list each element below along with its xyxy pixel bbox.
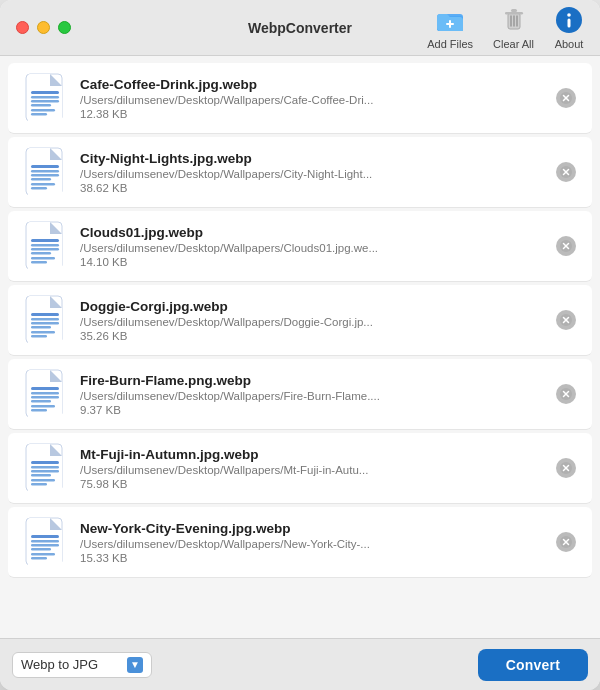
file-item: Cafe-Coffee-Drink.jpg.webp /Users/dilums… (8, 63, 592, 134)
file-name: Cafe-Coffee-Drink.jpg.webp (80, 77, 546, 92)
svg-rect-47 (31, 326, 51, 329)
svg-rect-75 (31, 540, 59, 543)
file-size: 15.33 KB (80, 552, 546, 564)
remove-file-button[interactable] (556, 310, 576, 330)
about-label: About (555, 38, 584, 50)
file-name: Clouds01.jpg.webp (80, 225, 546, 240)
file-size: 75.98 KB (80, 478, 546, 490)
file-info: Cafe-Coffee-Drink.jpg.webp /Users/dilums… (80, 77, 546, 120)
svg-rect-56 (31, 396, 59, 399)
svg-rect-44 (31, 313, 59, 316)
file-path: /Users/dilumsenev/Desktop/Wallpapers/Caf… (80, 94, 546, 106)
file-item: Mt-Fuji-in-Autumn.jpg.webp /Users/dilums… (8, 433, 592, 504)
file-info: Mt-Fuji-in-Autumn.jpg.webp /Users/dilums… (80, 447, 546, 490)
file-item: Clouds01.jpg.webp /Users/dilumsenev/Desk… (8, 211, 592, 282)
file-item: Fire-Burn-Flame.png.webp /Users/dilumsen… (8, 359, 592, 430)
chevron-down-icon: ▼ (127, 657, 143, 673)
file-item: New-York-City-Evening.jpg.webp /Users/di… (8, 507, 592, 578)
add-files-label: Add Files (427, 38, 473, 50)
svg-rect-79 (31, 557, 47, 560)
svg-rect-69 (31, 483, 47, 486)
remove-file-button[interactable] (556, 458, 576, 478)
svg-rect-76 (31, 544, 59, 547)
remove-file-button[interactable] (556, 88, 576, 108)
file-icon (24, 443, 68, 493)
svg-rect-37 (31, 252, 51, 255)
close-button[interactable] (16, 21, 29, 34)
traffic-lights (16, 21, 71, 34)
clear-all-label: Clear All (493, 38, 534, 50)
svg-rect-19 (31, 113, 47, 116)
svg-rect-66 (31, 470, 59, 473)
svg-rect-77 (31, 548, 51, 551)
format-select[interactable]: Webp to JPG ▼ (12, 652, 152, 678)
svg-rect-67 (31, 474, 51, 477)
svg-rect-38 (31, 257, 55, 260)
file-size: 14.10 KB (80, 256, 546, 268)
about-button[interactable]: About (554, 5, 584, 50)
svg-rect-78 (31, 553, 55, 556)
svg-rect-16 (31, 100, 59, 103)
svg-rect-36 (31, 248, 59, 251)
file-icon (24, 147, 68, 197)
svg-rect-57 (31, 400, 51, 403)
svg-rect-5 (505, 12, 523, 15)
svg-rect-35 (31, 244, 59, 247)
file-info: City-Night-Lights.jpg.webp /Users/dilums… (80, 151, 546, 194)
svg-rect-15 (31, 96, 59, 99)
svg-rect-14 (31, 91, 59, 94)
file-path: /Users/dilumsenev/Desktop/Wallpapers/Dog… (80, 316, 546, 328)
file-icon (24, 517, 68, 567)
file-name: New-York-City-Evening.jpg.webp (80, 521, 546, 536)
svg-rect-34 (31, 239, 59, 242)
convert-button[interactable]: Convert (478, 649, 588, 681)
file-path: /Users/dilumsenev/Desktop/Wallpapers/Mt-… (80, 464, 546, 476)
svg-rect-26 (31, 174, 59, 177)
file-name: Doggie-Corgi.jpg.webp (80, 299, 546, 314)
file-path: /Users/dilumsenev/Desktop/Wallpapers/Clo… (80, 242, 546, 254)
svg-rect-74 (31, 535, 59, 538)
svg-rect-48 (31, 331, 55, 334)
svg-rect-68 (31, 479, 55, 482)
file-name: City-Night-Lights.jpg.webp (80, 151, 546, 166)
bottom-bar: Webp to JPG ▼ Convert (0, 638, 600, 690)
svg-rect-17 (31, 104, 51, 107)
file-path: /Users/dilumsenev/Desktop/Wallpapers/Fir… (80, 390, 546, 402)
svg-rect-49 (31, 335, 47, 338)
svg-rect-27 (31, 178, 51, 181)
file-item: Doggie-Corgi.jpg.webp /Users/dilumsenev/… (8, 285, 592, 356)
add-files-button[interactable]: Add Files (427, 5, 473, 50)
file-size: 9.37 KB (80, 404, 546, 416)
remove-file-button[interactable] (556, 236, 576, 256)
svg-rect-24 (31, 165, 59, 168)
svg-point-11 (567, 13, 571, 17)
svg-rect-39 (31, 261, 47, 264)
svg-rect-65 (31, 466, 59, 469)
remove-file-button[interactable] (556, 532, 576, 552)
file-info: Clouds01.jpg.webp /Users/dilumsenev/Desk… (80, 225, 546, 268)
file-info: New-York-City-Evening.jpg.webp /Users/di… (80, 521, 546, 564)
maximize-button[interactable] (58, 21, 71, 34)
file-info: Doggie-Corgi.jpg.webp /Users/dilumsenev/… (80, 299, 546, 342)
svg-rect-54 (31, 387, 59, 390)
file-icon (24, 73, 68, 123)
toolbar: Add Files Clear All (427, 5, 584, 50)
svg-rect-12 (568, 19, 571, 28)
file-path: /Users/dilumsenev/Desktop/Wallpapers/Cit… (80, 168, 546, 180)
file-icon (24, 295, 68, 345)
remove-file-button[interactable] (556, 162, 576, 182)
svg-rect-64 (31, 461, 59, 464)
file-name: Mt-Fuji-in-Autumn.jpg.webp (80, 447, 546, 462)
clear-all-button[interactable]: Clear All (493, 5, 534, 50)
about-icon (554, 5, 584, 35)
svg-rect-45 (31, 318, 59, 321)
svg-rect-25 (31, 170, 59, 173)
window-title: WebpConverter (248, 20, 352, 36)
remove-file-button[interactable] (556, 384, 576, 404)
minimize-button[interactable] (37, 21, 50, 34)
svg-rect-46 (31, 322, 59, 325)
svg-rect-58 (31, 405, 55, 408)
svg-rect-3 (446, 23, 454, 25)
file-path: /Users/dilumsenev/Desktop/Wallpapers/New… (80, 538, 546, 550)
add-files-icon (435, 5, 465, 35)
